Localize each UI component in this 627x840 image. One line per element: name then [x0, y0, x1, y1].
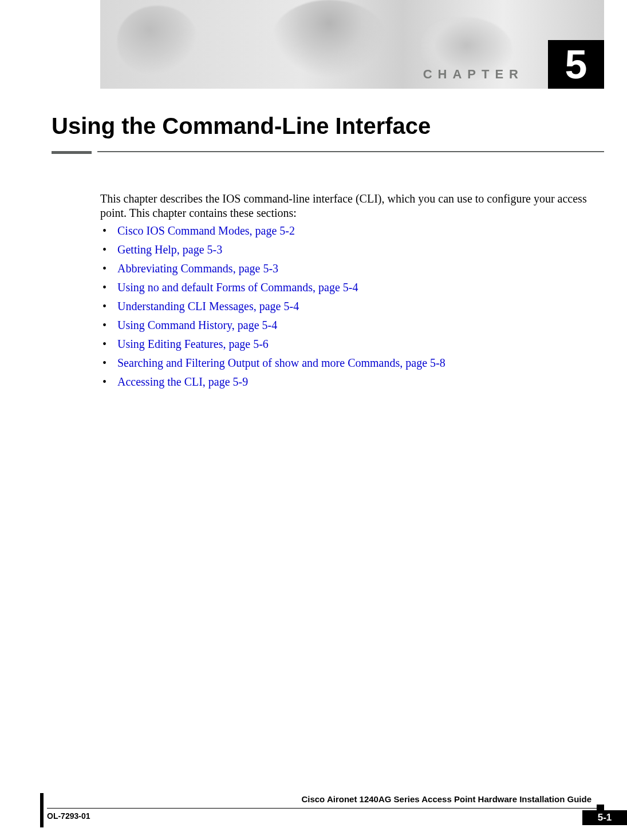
- chapter-banner: CHAPTER: [100, 0, 604, 89]
- section-link[interactable]: Searching and Filtering Output of show a…: [114, 356, 596, 375]
- section-link[interactable]: Using Editing Features, page 5-6: [114, 337, 596, 356]
- page-footer: Cisco Aironet 1240AG Series Access Point…: [0, 805, 627, 840]
- body-content: This chapter describes the IOS command-l…: [100, 192, 596, 394]
- section-link[interactable]: Using no and default Forms of Commands, …: [114, 280, 596, 299]
- footer-doc-number: OL-7293-01: [47, 811, 90, 821]
- section-link[interactable]: Abbreviating Commands, page 5-3: [114, 261, 596, 280]
- intro-paragraph: This chapter describes the IOS command-l…: [100, 192, 596, 220]
- section-link[interactable]: Accessing the CLI, page 5-9: [114, 375, 596, 394]
- title-rule: [52, 149, 604, 152]
- footer-rule: [47, 808, 604, 809]
- section-link[interactable]: Getting Help, page 5-3: [114, 243, 596, 261]
- chapter-number: 5: [548, 40, 604, 89]
- section-link[interactable]: Cisco IOS Command Modes, page 5-2: [114, 224, 596, 243]
- chapter-title: Using the Command-Line Interface: [52, 113, 431, 139]
- section-link[interactable]: Using Command History, page 5-4: [114, 318, 596, 337]
- footer-guide-title: Cisco Aironet 1240AG Series Access Point…: [301, 794, 591, 804]
- footer-page-number: 5-1: [582, 810, 627, 825]
- section-list: Cisco IOS Command Modes, page 5-2 Gettin…: [100, 224, 596, 394]
- section-link[interactable]: Understanding CLI Messages, page 5-4: [114, 299, 596, 318]
- chapter-word: CHAPTER: [423, 67, 524, 82]
